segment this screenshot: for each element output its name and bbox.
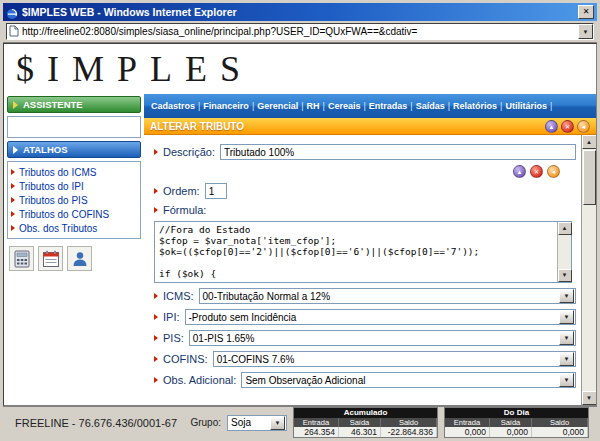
field-bullet-icon [154, 356, 158, 362]
page-viewport: $IMPLES ASSISTENTE ATALHOS Tributos do I… [3, 43, 597, 406]
cofins-select[interactable]: 01-COFINS 7.6% ▼ [213, 351, 576, 367]
assistente-button[interactable]: ASSISTENTE [7, 96, 141, 113]
formula-scrollbar[interactable]: ▲ ▼ [557, 222, 571, 282]
address-url: http://freeline02:8080/simples/siasa_onl… [22, 26, 575, 37]
window-title: $IMPLES WEB - Windows Internet Explorer [22, 6, 574, 18]
bullet-icon [11, 225, 15, 231]
scroll-down-icon[interactable]: ▼ [558, 269, 572, 282]
assistente-panel [7, 116, 141, 138]
menu-item-financeiro[interactable]: Financeiro [201, 101, 251, 111]
scrollbar-thumb[interactable] [583, 150, 596, 205]
form-delete-button[interactable]: ✕ [530, 165, 543, 178]
icms-select[interactable]: 00-Tributação Normal a 12% ▼ [199, 288, 576, 304]
chevron-down-icon[interactable]: ▼ [559, 352, 574, 366]
menu-item-saidas[interactable]: Saídas [414, 101, 447, 111]
address-bar: http://freeline02:8080/simples/siasa_onl… [3, 21, 597, 43]
obs-adicional-value: Sem Observação Adicional [242, 375, 559, 386]
calculator-icon[interactable] [9, 246, 34, 271]
grupo-select[interactable]: Soja ▼ [227, 415, 287, 431]
field-bullet-icon [154, 314, 158, 320]
atalhos-panel: Tributos do ICMS Tributos do IPI Tributo… [7, 161, 141, 239]
chevron-down-icon[interactable]: ▼ [559, 289, 574, 303]
chevron-down-icon[interactable]: ▼ [559, 373, 574, 387]
form-confirm-button[interactable]: ▲ [513, 165, 526, 178]
chevron-down-icon[interactable]: ▼ [270, 416, 285, 430]
sidebar: ASSISTENTE ATALHOS Tributos do ICMS Trib… [4, 94, 144, 405]
sidebar-item-tributos-cofins[interactable]: Tributos do COFINS [11, 208, 137, 220]
title-bar: $IMPLES WEB - Windows Internet Explorer … [3, 3, 597, 21]
pis-value: 01-PIS 1.65% [190, 333, 559, 344]
chevron-down-icon[interactable]: ▼ [559, 331, 574, 345]
icms-label: ICMS: [163, 290, 194, 302]
chevron-down-icon[interactable]: ▼ [559, 310, 574, 324]
descricao-input[interactable] [220, 144, 576, 160]
formula-code[interactable]: //Fora do Estado $cfop = $var_nota['item… [155, 222, 557, 282]
col-saldo: Saldo [381, 418, 437, 427]
ie-icon [6, 6, 18, 18]
grupo-value: Soja [228, 417, 270, 428]
assistente-label: ASSISTENTE [23, 99, 83, 110]
menu-item-cereais[interactable]: Cereais [326, 101, 363, 111]
sidebar-tools [7, 242, 141, 271]
menu-separator: | [549, 101, 553, 111]
bullet-icon [11, 183, 15, 189]
header-back-button[interactable]: ◄ [577, 120, 590, 133]
menu-item-entradas[interactable]: Entradas [367, 101, 410, 111]
header-confirm-button[interactable]: ▲ [545, 120, 558, 133]
field-bullet-icon [154, 377, 158, 383]
do-dia-entrada: 0,000 [445, 427, 490, 437]
simples-logo: $IMPLES [16, 48, 253, 90]
formula-editor[interactable]: //Fora do Estado $cfop = $var_nota['item… [154, 221, 572, 283]
acumulado-saldo: -22.864.836 [381, 427, 437, 437]
field-bullet-icon [154, 207, 158, 213]
menu-item-gerencial[interactable]: Gerencial [255, 101, 300, 111]
main-panel: Cadastros| Financeiro| Gerencial| RH| Ce… [144, 94, 596, 405]
header-delete-button[interactable]: ✕ [561, 120, 574, 133]
formula-label: Fórmula: [163, 204, 206, 216]
cofins-label: COFINS: [163, 353, 208, 365]
vertical-scrollbar[interactable]: ▲ ▼ [581, 135, 596, 405]
calendar-icon[interactable] [38, 246, 63, 271]
menu-item-rh[interactable]: RH [305, 101, 322, 111]
col-entrada: Entrada [445, 418, 490, 427]
ordem-input[interactable] [205, 183, 227, 199]
form-area: Descrição: ▲ ✕ ◄ Ordem: [144, 135, 596, 405]
address-input[interactable]: http://freeline02:8080/simples/siasa_onl… [6, 23, 594, 40]
sidebar-item-tributos-ipi[interactable]: Tributos do IPI [11, 180, 137, 192]
obs-adicional-select[interactable]: Sem Observação Adicional ▼ [241, 372, 576, 388]
atalhos-button[interactable]: ATALHOS [7, 141, 141, 158]
ipi-select[interactable]: -Produto sem Incidência ▼ [185, 309, 576, 325]
top-menu: Cadastros| Financeiro| Gerencial| RH| Ce… [144, 94, 596, 118]
sidebar-item-tributos-icms[interactable]: Tributos do ICMS [11, 166, 137, 178]
page-title: ALTERAR TRIBUTO [150, 121, 542, 132]
user-icon[interactable] [67, 246, 92, 271]
status-bar: FREELINE - 76.676.436/0001-67 Grupo: Soj… [3, 406, 597, 438]
do-dia-saldo: 0,000 [532, 427, 588, 437]
scroll-up-icon[interactable]: ▲ [582, 135, 597, 149]
form-back-button[interactable]: ◄ [547, 165, 560, 178]
pis-select[interactable]: 01-PIS 1.65% ▼ [189, 330, 576, 346]
cofins-value: 01-COFINS 7.6% [214, 354, 559, 365]
obs-adicional-label: Obs. Adicional: [163, 374, 236, 386]
sidebar-item-obs-tributos[interactable]: Obs. dos Tributos [11, 222, 137, 234]
sidebar-item-tributos-pis[interactable]: Tributos do PIS [11, 194, 137, 206]
do-dia-saida: 0,000 [490, 427, 532, 437]
menu-item-cadastros[interactable]: Cadastros [149, 101, 197, 111]
page-header-bar: ALTERAR TRIBUTO ▲ ✕ ◄ [144, 118, 596, 135]
address-dropdown-button[interactable]: ▼ [578, 24, 593, 39]
scroll-down-icon[interactable]: ▼ [582, 391, 597, 405]
col-saldo: Saldo [532, 418, 588, 427]
field-bullet-icon [154, 293, 158, 299]
grupo-label: Grupo: [190, 417, 221, 428]
menu-item-utilitarios[interactable]: Utilitários [503, 101, 549, 111]
sidebar-link-label: Tributos do IPI [19, 181, 84, 192]
ordem-label: Ordem: [163, 185, 200, 197]
acumulado-entrada: 264.354 [294, 427, 339, 437]
field-bullet-icon [154, 149, 158, 155]
bullet-icon [11, 211, 15, 217]
menu-item-relatorios[interactable]: Relatórios [451, 101, 499, 111]
close-window-button[interactable]: ✕ [578, 5, 594, 19]
acumulado-table: Acumulado Entrada Saída Saldo 264.354 46… [293, 407, 438, 438]
scroll-up-icon[interactable]: ▲ [558, 222, 572, 235]
browser-window: $IMPLES WEB - Windows Internet Explorer … [0, 0, 600, 441]
